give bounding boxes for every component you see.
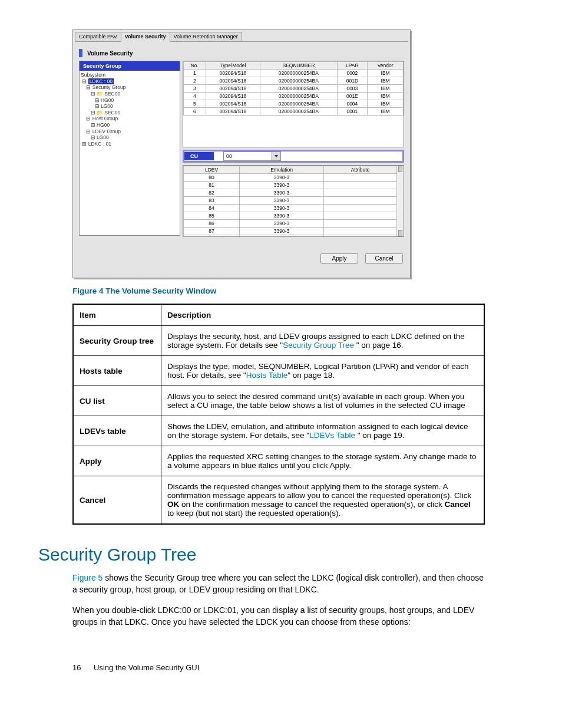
cell: 3390-3: [240, 235, 324, 238]
cell: 3390-3: [240, 220, 324, 228]
cell: 81: [184, 182, 240, 189]
tree-node[interactable]: ⊞ LDKC : 01: [81, 141, 180, 147]
cell: [323, 235, 396, 238]
cell: [323, 189, 396, 197]
table-row[interactable]: 823390-3: [184, 189, 397, 197]
cell: IBM: [368, 70, 404, 77]
cell: [323, 220, 396, 228]
cell: 020000000254BA: [260, 70, 337, 77]
cell: 87: [184, 228, 240, 235]
table-row[interactable]: 813390-3: [184, 182, 397, 189]
tree-node[interactable]: ⊟ LG00: [81, 134, 180, 141]
desc-row-label: LDEVs table: [73, 416, 161, 446]
desc-row-label: Security Group tree: [73, 326, 161, 356]
col-lpar[interactable]: LPAR: [337, 62, 368, 70]
volume-security-window: Compatible PAV Volume Security Volume Re…: [72, 29, 411, 278]
cell: 88: [184, 235, 240, 238]
panel-title: Volume Security: [73, 44, 410, 61]
cell: 3390-3: [240, 197, 324, 205]
col-attr[interactable]: Attribute: [323, 166, 396, 174]
table-row[interactable]: 1002094/S18020000000254BA0002IBM: [184, 70, 404, 77]
table-row[interactable]: 853390-3: [184, 212, 397, 220]
table-row[interactable]: 2002094/S18020000000254BA001DIBM: [184, 77, 404, 85]
cell: 3390-3: [240, 174, 324, 182]
link-ldevs-table[interactable]: LDEVs Table: [309, 431, 358, 440]
tree-node[interactable]: ⊟ 📁 SEC00: [81, 91, 180, 97]
cell: 0003: [337, 85, 368, 93]
cell: 86: [184, 220, 240, 228]
tree-node[interactable]: ⊟ Security Group: [81, 84, 180, 91]
cell: 3390-3: [240, 228, 324, 235]
tab-compatible-pav[interactable]: Compatible PAV: [75, 32, 121, 42]
desc-row-text: Shows the LDEV, emulation, and attribute…: [161, 416, 485, 446]
tab-volume-security[interactable]: Volume Security: [121, 32, 170, 42]
cell: 0004: [337, 100, 368, 108]
apply-button[interactable]: Apply: [320, 253, 358, 263]
cell: [323, 197, 396, 205]
link-figure-5[interactable]: Figure 5: [72, 573, 103, 582]
hosts-table[interactable]: No. Type/Model SEQNUMBER LPAR Vendor 100…: [183, 61, 404, 147]
tab-volume-retention-manager[interactable]: Volume Retention Manager: [170, 32, 242, 42]
cell: IBM: [368, 93, 404, 100]
desc-row-label: Cancel: [73, 476, 161, 525]
table-row[interactable]: 843390-3: [184, 205, 397, 212]
table-row[interactable]: 833390-3: [184, 197, 397, 205]
page-number: 16: [72, 663, 81, 672]
table-row[interactable]: 863390-3: [184, 220, 397, 228]
cu-value: 00: [226, 153, 232, 159]
desc-row-text: Displays the type, model, SEQNUMBER, Log…: [161, 356, 485, 386]
scrollbar[interactable]: [396, 166, 404, 236]
cell: [323, 212, 396, 220]
cell: 80: [184, 174, 240, 182]
cell: 84: [184, 205, 240, 212]
cu-dropdown[interactable]: 00: [223, 151, 281, 161]
cu-label: CU: [184, 152, 214, 160]
security-group-tree[interactable]: Security Group Subsystem ⊟ LDKC : 00 ⊟ S…: [79, 61, 180, 236]
ldevs-table[interactable]: LDEV Emulation Attribute 803390-3813390-…: [183, 165, 404, 237]
table-row[interactable]: 5002094/S18020000000254BA0004IBM: [184, 100, 404, 108]
desc-row-label: CU list: [73, 386, 161, 416]
col-ldev[interactable]: LDEV: [184, 166, 240, 174]
link-security-group-tree[interactable]: Security Group Tree: [283, 341, 356, 350]
col-type[interactable]: Type/Model: [206, 62, 260, 70]
tree-node[interactable]: Subsystem: [81, 72, 180, 78]
cell: IBM: [368, 108, 404, 116]
tree-node[interactable]: ⊟ HG00: [81, 97, 180, 104]
col-no[interactable]: No.: [184, 62, 206, 70]
desc-row-label: Hosts table: [73, 356, 161, 386]
cu-selector-row: CU 00: [183, 150, 404, 163]
body-paragraph: When you double-click LDKC:00 or LDKC:01…: [72, 604, 485, 628]
cell: 002094/S18: [206, 108, 260, 116]
cell: 83: [184, 197, 240, 205]
tree-node[interactable]: ⊟ HG00: [81, 122, 180, 129]
table-row[interactable]: 3002094/S18020000000254BA0003IBM: [184, 85, 404, 93]
link-hosts-table[interactable]: Hosts Table: [246, 371, 287, 380]
table-row[interactable]: 803390-3: [184, 174, 397, 182]
tree-node[interactable]: ⊟ LDEV Group: [81, 129, 180, 135]
tree-node[interactable]: ⊟ Host Group: [81, 116, 180, 122]
cell: 002094/S18: [206, 85, 260, 93]
col-seq[interactable]: SEQNUMBER: [260, 62, 337, 70]
tree-node[interactable]: ⊟ LDKC : 00: [81, 78, 180, 85]
cell: 2: [184, 77, 206, 85]
table-row[interactable]: 873390-3: [184, 228, 397, 235]
tab-bar: Compatible PAV Volume Security Volume Re…: [73, 30, 410, 42]
desc-row-text: Discards the requested changes without a…: [161, 476, 485, 525]
accent-bar-icon: [79, 49, 82, 57]
col-vendor[interactable]: Vendor: [368, 62, 404, 70]
cell: [323, 228, 396, 235]
table-row[interactable]: 883390-3: [184, 235, 397, 238]
table-row[interactable]: 6002094/S18020000000254BA0001IBM: [184, 108, 404, 116]
chevron-down-icon: [272, 152, 280, 160]
table-row[interactable]: 4002094/S18020000000254BA001EIBM: [184, 93, 404, 100]
cancel-button[interactable]: Cancel: [365, 253, 403, 263]
col-emu[interactable]: Emulation: [240, 166, 324, 174]
cell: 1: [184, 70, 206, 77]
panel-title-text: Volume Security: [87, 50, 133, 57]
desc-row-text: Displays the security, host, and LDEV gr…: [161, 326, 485, 356]
cell: 002094/S18: [206, 93, 260, 100]
cell: 0001: [337, 108, 368, 116]
cell: IBM: [368, 100, 404, 108]
tree-node[interactable]: ⊟ LG00: [81, 103, 180, 110]
tree-node[interactable]: ⊟ 📁 SEC01: [81, 110, 180, 116]
